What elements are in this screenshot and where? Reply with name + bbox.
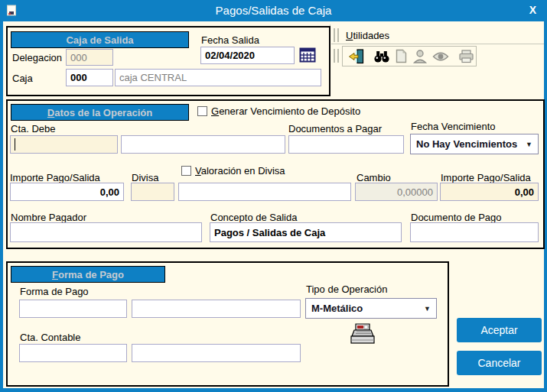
eye-icon <box>432 50 449 63</box>
cash-register-icon <box>348 321 377 348</box>
toolbar <box>342 46 477 66</box>
document-button[interactable] <box>395 48 408 65</box>
text-caret <box>15 138 15 151</box>
caja-descripcion-field: caja CENTRAL <box>115 69 321 86</box>
group-forma-pago-title: Forma de Pago <box>52 269 124 280</box>
fecha-vencimiento-label: Fecha Vencimiento <box>411 121 496 132</box>
caja-field[interactable]: 000 <box>66 69 113 86</box>
nombre-pagador-label: Nombre Pagador <box>11 212 86 223</box>
cta-contable-label: Cta. Contable <box>20 332 81 343</box>
caja-label: Caja <box>12 73 33 84</box>
forma-pago-descripcion-field[interactable] <box>132 300 301 318</box>
concepto-salida-field[interactable]: Pagos / Salidas de Caja <box>210 222 402 242</box>
tipo-operacion-value: M-Metálico <box>311 303 363 314</box>
cta-contable-codigo-field[interactable] <box>19 344 127 362</box>
document-icon <box>395 49 408 63</box>
delegacion-label: Delegacion <box>12 52 62 63</box>
cta-contable-descripcion-field[interactable] <box>132 344 301 362</box>
window-title: Pagos/Salidas de Caja <box>0 4 547 17</box>
group-datos-operacion-title: Datos de la Operación <box>47 107 152 118</box>
divisa-field[interactable] <box>131 183 174 201</box>
group-forma-pago-header: Forma de Pago <box>11 266 165 283</box>
group-datos-operacion-header: Datos de la Operación <box>11 104 189 121</box>
documento-pago-label: Documento de Pago <box>411 212 502 223</box>
menu-drag-handle[interactable] <box>334 28 339 42</box>
cancelar-button[interactable]: Cancelar <box>457 351 542 375</box>
documentos-a-pagar-label: Documentos a Pagar <box>288 123 382 134</box>
valoracion-divisa-field[interactable] <box>178 183 351 201</box>
exit-button[interactable] <box>348 48 364 65</box>
documento-pago-field[interactable] <box>410 222 539 242</box>
dialog-window: Pagos/Salidas de Caja X Utilidades <box>0 0 547 392</box>
search-button[interactable] <box>373 48 390 65</box>
title-bar[interactable]: Pagos/Salidas de Caja X <box>0 0 547 21</box>
importe-divisa-field: 0,00 <box>440 183 539 201</box>
group-caja-de-salida-title: Caja de Salida <box>66 34 133 46</box>
cta-debe-label: Cta. Debe <box>11 123 56 134</box>
importe-divisa-label: Importe Pago/Salida <box>441 172 531 183</box>
cta-debe-codigo-field[interactable] <box>10 135 118 154</box>
calculator-button[interactable] <box>348 321 377 352</box>
view-button[interactable] <box>432 48 449 65</box>
binoculars-search-icon <box>373 50 390 63</box>
chevron-down-icon: ▼ <box>424 305 431 313</box>
generar-vencimiento-label: Generar Vencimiento de Depósito <box>211 105 360 117</box>
toolbar-drag-handle[interactable] <box>334 49 339 63</box>
print-button[interactable] <box>458 48 474 65</box>
tipo-operacion-label: Tipo de Operación <box>306 283 387 295</box>
menu-utilidades-label: Utilidades <box>346 30 389 41</box>
group-caja-de-salida-header: Caja de Salida <box>11 31 189 48</box>
cta-debe-descripcion-field[interactable] <box>121 135 285 154</box>
forma-pago-label: Forma de Pago <box>20 286 89 297</box>
contact-icon <box>412 49 428 63</box>
menu-utilidades[interactable]: Utilidades <box>346 30 389 41</box>
aceptar-button[interactable]: Aceptar <box>457 318 542 342</box>
tipo-operacion-dropdown[interactable]: M-Metálico ▼ <box>305 298 437 319</box>
contact-button[interactable] <box>412 48 428 65</box>
menu-divider <box>331 44 544 44</box>
importe-pago-salida-label: Importe Pago/Salida <box>10 172 100 183</box>
cambio-field: 0,00000 <box>355 183 438 201</box>
printer-icon <box>458 50 474 63</box>
delegacion-field: 000 <box>66 49 113 66</box>
fecha-salida-label: Fecha Salida <box>201 34 259 46</box>
cambio-label: Cambio <box>357 172 391 183</box>
fecha-vencimiento-value: No Hay Vencimientos <box>416 138 517 150</box>
fecha-vencimiento-dropdown[interactable]: No Hay Vencimientos ▼ <box>410 134 539 154</box>
exit-icon <box>348 49 364 64</box>
documentos-a-pagar-field[interactable] <box>288 135 404 154</box>
divisa-label: Divisa <box>132 172 158 183</box>
valoracion-en-divisa-checkbox[interactable] <box>181 166 191 176</box>
nombre-pagador-field[interactable] <box>10 222 202 242</box>
chevron-down-icon: ▼ <box>526 141 532 148</box>
valoracion-en-divisa-label: Valoración en Divisa <box>195 165 285 177</box>
fecha-salida-field[interactable]: 02/04/2020 <box>200 47 295 64</box>
calendar-button[interactable] <box>299 47 316 66</box>
close-button[interactable]: X <box>529 4 536 16</box>
concepto-salida-label: Concepto de Salida <box>210 212 297 223</box>
generar-vencimiento-checkbox[interactable] <box>197 106 207 116</box>
calendar-icon <box>299 47 316 63</box>
forma-pago-codigo-field[interactable] <box>19 300 127 318</box>
importe-pago-salida-field[interactable]: 0,00 <box>10 183 124 201</box>
